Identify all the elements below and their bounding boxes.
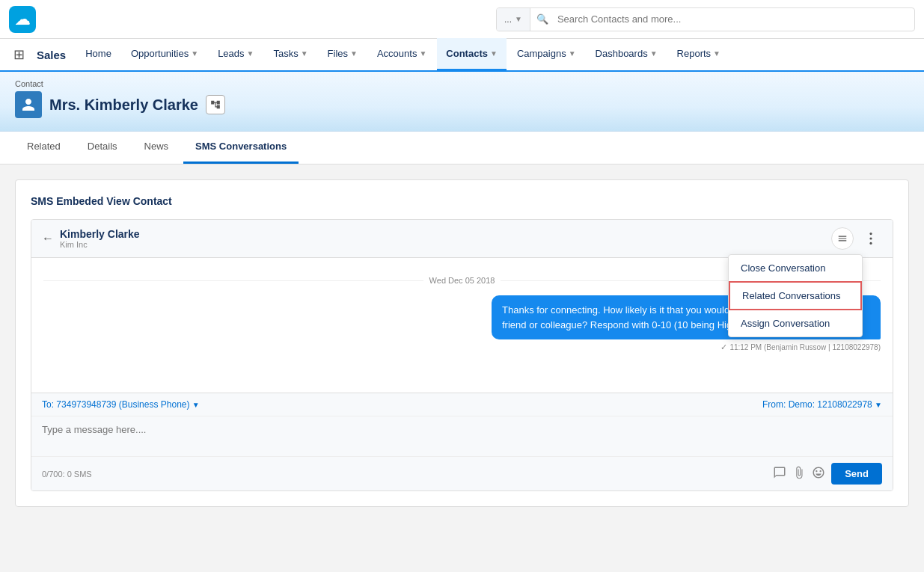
nav-label-tasks: Tasks xyxy=(273,48,298,59)
nav-item-opportunities[interactable]: Opportunities▼ xyxy=(122,38,207,71)
dropdown-assign-conversation[interactable]: Assign Conversation xyxy=(729,310,862,336)
search-input[interactable] xyxy=(554,13,914,25)
tab-sms-label: SMS Conversations xyxy=(195,141,287,152)
sms-to-number: 734973948739 (Business Phone) xyxy=(56,399,189,410)
chat-time: 11:12 PM (Benjamin Russow | 12108022978) xyxy=(729,343,881,351)
sms-lines-icon-button[interactable] xyxy=(831,227,854,250)
from-dropdown-arrow[interactable]: ▼ xyxy=(875,401,882,409)
dropdown-related-conversations[interactable]: Related Conversations xyxy=(729,281,862,310)
chat-meta: ✓ 11:12 PM (Benjamin Russow | 1210802297… xyxy=(492,342,881,352)
search-prefix[interactable]: ... ▼ xyxy=(497,8,530,31)
dropdown-menu: Close Conversation Related Conversations… xyxy=(728,254,863,337)
sms-from-number: Demo: 12108022978 xyxy=(789,399,872,410)
emoji-icon[interactable] xyxy=(812,466,825,482)
sms-more-options-button[interactable] xyxy=(860,227,882,250)
check-icon: ✓ xyxy=(720,342,727,352)
contact-name: Mrs. Kimberly Clarke xyxy=(49,96,198,114)
nav-label-leads: Leads xyxy=(218,48,244,59)
sms-panel-title: SMS Embeded View Contact xyxy=(31,195,893,207)
breadcrumb: Contact xyxy=(15,79,909,88)
sms-to-row: To: 734973948739 (Business Phone) ▼ From… xyxy=(31,393,893,416)
chevron-down-icon: ▼ xyxy=(490,49,498,58)
sms-view: ← Kimberly Clarke Kim Inc Cl xyxy=(31,219,893,491)
nav-bar: ⊞ Sales Home Opportunities▼ Leads▼ Tasks… xyxy=(0,39,924,72)
tab-related[interactable]: Related xyxy=(15,131,73,164)
search-bar: ... ▼ 🔍 xyxy=(496,7,915,31)
nav-item-files[interactable]: Files▼ xyxy=(319,38,367,71)
tab-news[interactable]: News xyxy=(132,131,181,164)
char-count: 0/700: 0 SMS xyxy=(42,470,92,479)
nav-label-accounts: Accounts xyxy=(377,48,417,59)
nav-item-tasks[interactable]: Tasks▼ xyxy=(264,38,316,71)
nav-label-dashboards: Dashboards xyxy=(596,48,648,59)
sms-company: Kim Inc xyxy=(60,240,140,249)
tab-related-label: Related xyxy=(27,141,61,152)
chevron-down-icon: ▼ xyxy=(650,49,658,58)
grid-icon[interactable]: ⊞ xyxy=(6,46,32,63)
sms-footer: To: 734973948739 (Business Phone) ▼ From… xyxy=(31,393,893,490)
sms-message-input[interactable] xyxy=(31,416,893,454)
nav-item-reports[interactable]: Reports▼ xyxy=(668,38,729,71)
top-bar: ☁ ... ▼ 🔍 xyxy=(0,0,924,39)
chevron-down-icon: ▼ xyxy=(713,49,720,58)
sms-footer-bottom: 0/700: 0 SMS Send xyxy=(31,456,893,490)
tab-details-label: Details xyxy=(88,141,117,152)
svg-point-1 xyxy=(869,237,872,239)
sms-to-label: To: xyxy=(42,399,54,410)
chevron-down-icon: ▼ xyxy=(350,49,358,58)
sms-footer-actions: Send xyxy=(773,463,882,485)
hierarchy-button[interactable] xyxy=(206,95,225,114)
chevron-down-icon: ▼ xyxy=(301,49,308,58)
nav-item-contacts[interactable]: Contacts▼ xyxy=(437,38,507,71)
search-prefix-label: ... xyxy=(504,14,512,25)
chat-date-text: Wed Dec 05 2018 xyxy=(429,276,495,285)
tab-news-label: News xyxy=(144,141,169,152)
salesforce-logo: ☁ xyxy=(9,6,36,33)
template-icon[interactable] xyxy=(773,466,786,482)
search-icon: 🔍 xyxy=(530,13,554,25)
search-prefix-chevron: ▼ xyxy=(515,15,522,23)
nav-label-reports: Reports xyxy=(677,48,712,59)
nav-item-leads[interactable]: Leads▼ xyxy=(209,38,263,71)
contact-header: Contact Mrs. Kimberly Clarke xyxy=(0,72,924,132)
chevron-down-icon: ▼ xyxy=(569,49,576,58)
contact-icon xyxy=(15,91,42,118)
sms-from-row: From: Demo: 12108022978 ▼ xyxy=(762,399,882,410)
chevron-down-icon: ▼ xyxy=(191,49,198,58)
nav-item-home[interactable]: Home xyxy=(76,38,120,71)
nav-label-contacts: Contacts xyxy=(446,48,488,59)
nav-item-dashboards[interactable]: Dashboards▼ xyxy=(587,38,667,71)
tab-sms-conversations[interactable]: SMS Conversations xyxy=(183,131,299,164)
logo-icon: ☁ xyxy=(15,10,30,28)
send-button[interactable]: Send xyxy=(831,463,882,485)
sms-view-header: ← Kimberly Clarke Kim Inc Cl xyxy=(31,220,893,258)
to-dropdown-arrow[interactable]: ▼ xyxy=(192,401,200,409)
back-arrow-icon[interactable]: ← xyxy=(42,232,54,245)
sms-contact-name: Kimberly Clarke xyxy=(60,228,140,240)
svg-point-2 xyxy=(869,242,872,245)
sms-panel: SMS Embeded View Contact ← Kimberly Clar… xyxy=(15,179,909,507)
nav-label-home: Home xyxy=(85,48,111,59)
sms-from-label: From: xyxy=(762,399,786,410)
app-name: Sales xyxy=(34,49,75,61)
nav-label-files: Files xyxy=(328,48,348,59)
chevron-down-icon: ▼ xyxy=(247,49,254,58)
chevron-down-icon: ▼ xyxy=(419,49,426,58)
nav-item-campaigns[interactable]: Campaigns▼ xyxy=(508,38,585,71)
attachment-icon[interactable] xyxy=(792,466,806,482)
nav-label-opportunities: Opportunities xyxy=(131,48,189,59)
tab-details[interactable]: Details xyxy=(76,131,129,164)
tabs-bar: Related Details News SMS Conversations xyxy=(0,132,924,164)
nav-item-accounts[interactable]: Accounts▼ xyxy=(368,38,435,71)
main-content: SMS Embeded View Contact ← Kimberly Clar… xyxy=(0,164,924,522)
dropdown-close-conversation[interactable]: Close Conversation xyxy=(729,255,862,281)
svg-point-0 xyxy=(869,233,872,235)
nav-label-campaigns: Campaigns xyxy=(517,48,566,59)
